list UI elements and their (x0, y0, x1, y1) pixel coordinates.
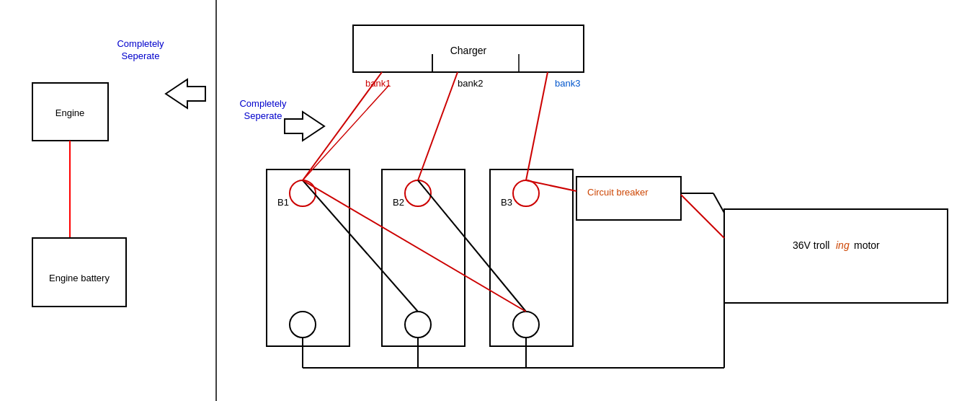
b3-bottom-terminal (513, 312, 539, 338)
svg-text:Seperate: Seperate (122, 50, 160, 61)
circuit-breaker-label: Circuit breaker (587, 187, 649, 198)
completely-separate-label-right: Completely (239, 98, 287, 109)
right-arrow (285, 112, 324, 141)
b2-top-terminal (405, 180, 431, 206)
bank2-label: bank2 (458, 78, 483, 89)
engine-battery-label: Engine battery (49, 273, 110, 283)
trolling-motor-label2: motor (854, 239, 880, 251)
b1-label: B1 (277, 197, 289, 208)
trolling-motor-box (724, 209, 948, 303)
b2-bottom-terminal (405, 312, 431, 338)
b1-top-terminal (290, 180, 316, 206)
b2-label: B2 (393, 197, 404, 208)
charger-label: Charger (450, 45, 487, 56)
b3-label: B3 (501, 197, 512, 208)
wire-bank2-to-b2 (418, 72, 458, 180)
svg-line-11 (713, 193, 724, 213)
svg-text:Seperate: Seperate (244, 110, 282, 121)
b3-top-terminal (513, 180, 539, 206)
b1-bottom-terminal (290, 312, 316, 338)
trolling-motor-label: 36V troll (793, 239, 829, 251)
engine-label: Engine (55, 107, 84, 118)
left-arrow (166, 79, 205, 108)
trolling-motor-label-italic: ing (836, 239, 850, 251)
circuit-breaker-box (576, 177, 681, 220)
wire-bank3-to-b3 (526, 72, 548, 180)
completely-separate-label-left: Completely (117, 38, 164, 49)
bank3-label: bank3 (555, 78, 580, 89)
